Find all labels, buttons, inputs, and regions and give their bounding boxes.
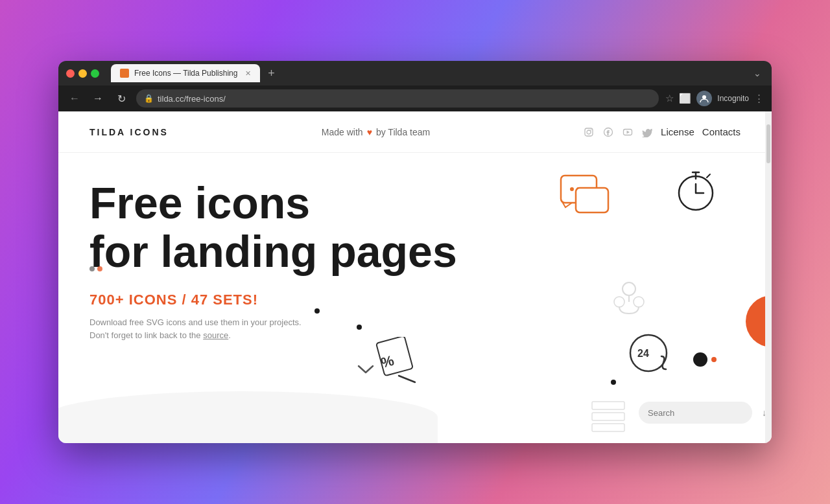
black-orange-dots-decoration xyxy=(693,352,717,367)
lock-icon: 🔒 xyxy=(144,94,154,103)
svg-rect-11 xyxy=(576,188,608,212)
svg-rect-21 xyxy=(592,413,624,420)
svg-marker-6 xyxy=(627,130,630,133)
svg-point-8 xyxy=(570,187,574,191)
chat-bubbles-icon xyxy=(558,172,616,223)
tagline-text: Made with xyxy=(322,127,363,137)
instagram-icon[interactable] xyxy=(583,126,595,138)
books-stack-icon xyxy=(587,398,629,443)
search-bar[interactable]: ↓ ↑ xyxy=(639,402,752,424)
hill-decoration xyxy=(58,391,438,443)
license-link[interactable]: License xyxy=(661,126,694,137)
svg-point-0 xyxy=(702,95,706,99)
hero-title-line1: Free icons xyxy=(89,178,310,227)
svg-text:24: 24 xyxy=(637,348,649,359)
traffic-lights xyxy=(66,69,99,78)
svg-rect-20 xyxy=(592,402,624,409)
hero-desc-text2: Don't forget to link back to the xyxy=(89,330,201,340)
youtube-icon[interactable] xyxy=(622,126,634,138)
svg-rect-22 xyxy=(592,424,624,431)
svg-point-9 xyxy=(576,187,580,191)
tagline-suffix: by Tilda team xyxy=(376,127,430,137)
browser-window: Free Icons — Tilda Publishing ✕ + ⌄ ← → … xyxy=(58,61,772,443)
source-link[interactable]: source xyxy=(203,330,228,340)
search-input[interactable] xyxy=(648,408,757,418)
new-tab-button[interactable]: + xyxy=(263,65,279,82)
forward-button[interactable]: → xyxy=(89,90,106,107)
hero-title: Free icons for landing pages xyxy=(89,179,479,276)
svg-rect-16 xyxy=(376,337,413,376)
social-icons xyxy=(583,126,653,138)
page-content: TILDA ICONS Made with ♥ by Tilda team xyxy=(58,111,772,443)
tab-favicon xyxy=(120,69,129,78)
scrollbar-thumb[interactable] xyxy=(766,124,770,163)
hero-desc-end: . xyxy=(228,330,231,340)
hero-section: Free icons for landing pages 700+ ICONS … xyxy=(58,153,772,443)
refresh-button[interactable]: ↻ xyxy=(113,90,130,107)
header-tagline: Made with ♥ by Tilda team xyxy=(169,127,583,137)
profile-button[interactable] xyxy=(696,91,712,106)
tab-area: Free Icons — Tilda Publishing ✕ + ⌄ xyxy=(111,64,764,82)
tab-overview-icon[interactable]: ⬜ xyxy=(679,93,691,104)
site-header: TILDA ICONS Made with ♥ by Tilda team xyxy=(58,111,772,153)
scroll-chevron-icon[interactable] xyxy=(357,363,375,378)
twitter-icon[interactable] xyxy=(641,126,653,138)
minimize-button[interactable] xyxy=(78,69,87,78)
hero-desc-text1: Download free SVG icons and use them in … xyxy=(89,317,302,327)
svg-text:%: % xyxy=(379,352,396,371)
svg-point-10 xyxy=(583,187,587,191)
svg-point-3 xyxy=(591,129,592,130)
close-button[interactable] xyxy=(66,69,75,78)
small-dot-mid xyxy=(314,308,320,314)
heart-icon: ♥ xyxy=(367,127,372,137)
more-options-icon[interactable]: ⋮ xyxy=(754,93,764,104)
scrollbar[interactable] xyxy=(765,111,772,443)
facebook-icon[interactable] xyxy=(602,126,614,138)
shopping-tag-icon: % xyxy=(370,337,421,391)
incognito-label: Incognito xyxy=(717,94,749,103)
active-tab[interactable]: Free Icons — Tilda Publishing ✕ xyxy=(111,64,260,82)
tab-close-icon[interactable]: ✕ xyxy=(245,69,251,78)
address-bar[interactable]: 🔒 tilda.cc/free-icons/ xyxy=(136,89,659,108)
svg-rect-1 xyxy=(585,128,593,136)
hero-description: Download free SVG icons and use them in … xyxy=(89,316,310,343)
address-text: tilda.cc/free-icons/ xyxy=(158,94,226,104)
svg-point-2 xyxy=(587,130,591,134)
site-logo[interactable]: TILDA ICONS xyxy=(89,127,169,137)
dot-near-shopping xyxy=(357,325,362,330)
24h-clock-icon: 24 xyxy=(626,330,671,378)
hero-title-line2: for landing pages xyxy=(89,227,457,276)
svg-point-18 xyxy=(630,335,667,371)
bookmark-icon[interactable]: ☆ xyxy=(665,93,674,104)
maximize-button[interactable] xyxy=(91,69,99,78)
hero-stat: 700+ ICONS / 47 SETS! xyxy=(89,292,741,308)
svg-point-12 xyxy=(679,176,713,210)
contacts-link[interactable]: Contacts xyxy=(702,126,741,137)
svg-rect-7 xyxy=(561,176,597,203)
timer-icon xyxy=(671,166,720,217)
tab-menu-icon[interactable]: ⌄ xyxy=(753,68,764,78)
tab-title: Free Icons — Tilda Publishing xyxy=(134,69,237,78)
back-button[interactable]: ← xyxy=(66,90,83,107)
titlebar: Free Icons — Tilda Publishing ✕ + ⌄ xyxy=(58,61,772,86)
bottom-right-dot xyxy=(611,380,616,385)
omnibar-actions: ☆ ⬜ Incognito ⋮ xyxy=(665,91,764,106)
omnibar: ← → ↻ 🔒 tilda.cc/free-icons/ ☆ ⬜ Incogni… xyxy=(58,86,772,111)
